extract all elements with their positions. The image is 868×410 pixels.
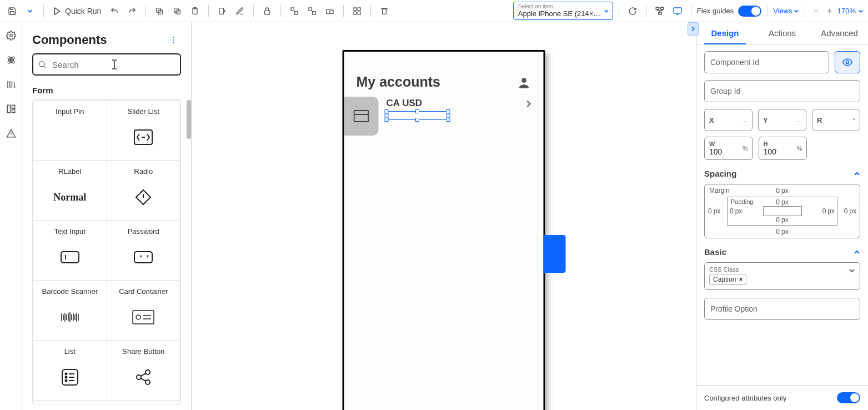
svg-rect-19 xyxy=(674,8,681,13)
canvas-side-tab[interactable] xyxy=(544,235,566,273)
lock-button[interactable] xyxy=(259,3,275,19)
undo-button[interactable] xyxy=(107,3,122,19)
zoom-out-button[interactable]: − xyxy=(811,6,822,16)
rail-warning-icon[interactable] xyxy=(3,126,19,141)
paste-button[interactable] xyxy=(187,3,203,19)
chevron-down-icon[interactable] xyxy=(849,267,855,274)
ungroup-button[interactable] xyxy=(304,3,320,19)
component-item[interactable]: RLabelNormal xyxy=(33,161,107,221)
panel-collapse-button[interactable] xyxy=(688,22,699,36)
css-class-field[interactable]: CSS Class Caption× xyxy=(704,262,860,290)
device-frame: My accounts CA USD xyxy=(343,50,545,410)
group-button[interactable] xyxy=(287,3,302,19)
svg-point-20 xyxy=(9,34,12,37)
user-icon[interactable] xyxy=(517,76,531,90)
components-title: Components xyxy=(32,33,107,47)
configured-only-toggle[interactable] xyxy=(837,392,860,403)
group-id-field[interactable]: Group Id xyxy=(704,80,860,102)
x-input[interactable]: X… xyxy=(704,109,752,131)
w-input[interactable]: W 100 % xyxy=(704,137,753,160)
rail-settings-icon[interactable] xyxy=(3,28,19,43)
views-dropdown[interactable]: Views xyxy=(773,7,799,15)
spacing-section-title: Spacing xyxy=(704,169,736,178)
design-canvas[interactable]: My accounts CA USD xyxy=(192,22,696,410)
components-grid: Input Pin Slider List RLabelNormal Radio… xyxy=(32,99,181,404)
text-cursor-icon xyxy=(111,59,118,70)
cut-button[interactable] xyxy=(169,3,185,19)
svg-rect-16 xyxy=(656,7,659,9)
components-menu-button[interactable] xyxy=(165,32,181,48)
tab-actions[interactable]: Actions xyxy=(754,22,811,44)
duplicate-button[interactable] xyxy=(214,3,230,19)
svg-rect-7 xyxy=(265,11,270,14)
svg-rect-14 xyxy=(354,12,357,14)
component-item[interactable]: Barcode Scanner xyxy=(33,281,107,341)
component-item[interactable]: Radio xyxy=(107,161,180,221)
delete-button[interactable] xyxy=(377,3,392,19)
quick-run-button[interactable]: Quick Run xyxy=(49,7,104,16)
css-class-chip[interactable]: Caption× xyxy=(709,274,746,285)
svg-point-38 xyxy=(65,373,67,375)
device-selector[interactable]: Select an item Apple iPhone SE (214×… xyxy=(513,2,613,19)
top-toolbar: Quick Run Select an item Apple iPhone SE… xyxy=(0,0,868,22)
tab-design[interactable]: Design xyxy=(696,22,754,44)
component-item[interactable]: Card Container xyxy=(107,281,180,341)
selected-element[interactable] xyxy=(387,111,449,120)
tab-advanced[interactable]: Advanced xyxy=(811,22,868,44)
search-icon xyxy=(38,60,47,69)
move-to-folder-button[interactable] xyxy=(322,3,338,19)
component-item[interactable]: List xyxy=(33,341,107,401)
left-rail xyxy=(0,22,22,410)
y-input[interactable]: Y… xyxy=(758,109,806,131)
redo-button[interactable] xyxy=(124,3,140,19)
screen-view-button[interactable] xyxy=(670,3,685,19)
svg-rect-26 xyxy=(12,110,14,113)
svg-text:＊＊: ＊＊ xyxy=(138,253,151,261)
component-item[interactable]: Slider List xyxy=(107,101,180,161)
zoom-in-button[interactable]: + xyxy=(824,6,835,16)
svg-point-29 xyxy=(173,42,174,43)
copy-button[interactable] xyxy=(152,3,167,19)
flex-guides-label: Flex guides xyxy=(697,7,734,15)
spacing-box-model[interactable]: Margin 0px 0px 0px 0px Padding 0px 0px 0… xyxy=(704,184,860,238)
save-dropdown[interactable] xyxy=(22,3,38,19)
svg-rect-11 xyxy=(313,11,315,14)
component-item[interactable]: Password＊＊ xyxy=(107,221,180,281)
r-input[interactable]: R° xyxy=(812,109,860,131)
component-item[interactable]: Input Pin xyxy=(33,101,107,161)
chevron-right-icon[interactable] xyxy=(524,97,534,109)
edit-button[interactable] xyxy=(232,3,248,19)
profile-option-field[interactable]: Profile Option xyxy=(704,298,860,320)
scrollbar-thumb[interactable] xyxy=(187,100,191,139)
svg-rect-24 xyxy=(7,105,10,113)
tree-view-button[interactable] xyxy=(652,3,668,19)
component-id-field[interactable]: Component Id xyxy=(704,51,829,73)
components-search-input[interactable] xyxy=(32,53,181,76)
visibility-toggle[interactable] xyxy=(835,51,860,73)
component-item[interactable]: Text Input xyxy=(33,221,107,281)
svg-point-30 xyxy=(39,62,44,67)
layout-button[interactable] xyxy=(349,3,365,19)
svg-rect-9 xyxy=(295,11,298,14)
quick-run-label: Quick Run xyxy=(65,7,101,16)
remove-chip-icon[interactable]: × xyxy=(739,276,742,283)
component-item[interactable]: Share Button xyxy=(107,341,180,401)
save-button[interactable] xyxy=(4,3,20,19)
svg-rect-12 xyxy=(354,8,357,11)
properties-panel: Design Actions Advanced Component Id Gro… xyxy=(696,22,868,410)
account-icon[interactable] xyxy=(344,97,379,136)
svg-rect-15 xyxy=(358,12,361,14)
rail-layout-icon[interactable] xyxy=(3,101,19,117)
rail-library-icon[interactable] xyxy=(3,77,19,92)
collapse-icon[interactable] xyxy=(854,171,860,177)
rail-atom-icon[interactable] xyxy=(3,52,19,68)
collapse-icon[interactable] xyxy=(854,249,860,256)
svg-rect-10 xyxy=(309,8,312,11)
flex-guides-toggle[interactable] xyxy=(738,6,761,17)
zoom-value[interactable]: 170% xyxy=(837,7,856,15)
h-input[interactable]: H 100 % xyxy=(759,137,807,160)
components-section-label: Form xyxy=(22,76,191,99)
components-panel: Components Form Input Pin Slider List RL… xyxy=(22,22,192,410)
svg-rect-17 xyxy=(660,7,663,9)
refresh-button[interactable] xyxy=(625,3,640,19)
